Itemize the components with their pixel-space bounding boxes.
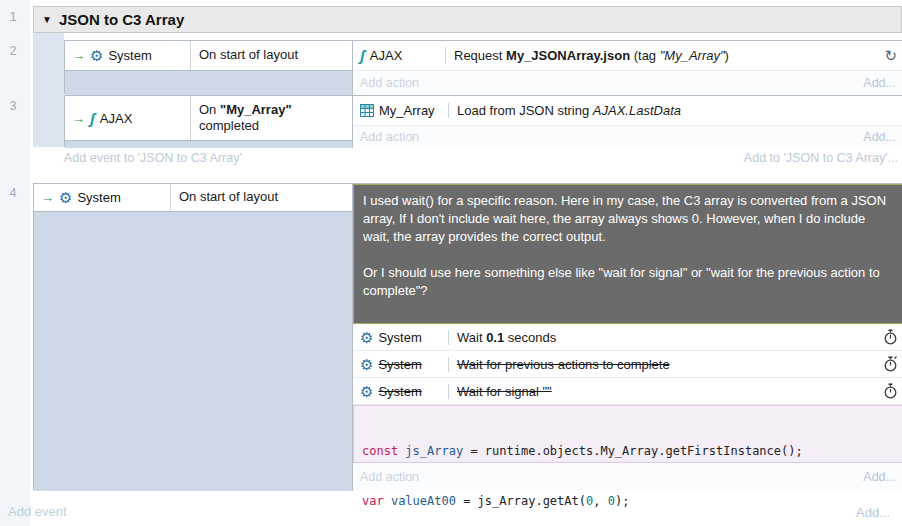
system-gear-icon: ⚙ <box>360 357 373 372</box>
action-object-name: System <box>378 384 421 399</box>
async-action-icon: ↻ <box>884 47 902 65</box>
ajax-icon: ʃ <box>360 47 365 64</box>
action-text-pre: Request <box>454 48 506 63</box>
wait-value: 0.1 <box>486 330 504 345</box>
system-gear-icon: ⚙ <box>360 384 373 399</box>
action-row-ajax-request[interactable]: ʃ AJAX Request My_JSONArray.json (tag "M… <box>353 41 902 71</box>
wait-previous-icon <box>884 356 897 372</box>
add-more-link[interactable]: Add... <box>863 130 896 144</box>
group-indent-strip <box>33 33 64 147</box>
condition-row[interactable]: → ʃ AJAX On "My_Array" completed <box>65 96 353 141</box>
action-text-post: ) <box>725 48 729 63</box>
action-expression: AJAX.LastData <box>593 103 681 118</box>
comment-paragraph-2: Or I should use here something else like… <box>363 264 893 300</box>
row-number-4: 4 <box>2 186 24 200</box>
system-gear-icon: ⚙ <box>59 190 72 205</box>
code-expression: = js_Array.getAt( <box>463 494 586 508</box>
action-text: Wait for signal "" <box>457 384 552 399</box>
code-end: ); <box>615 494 629 508</box>
add-action-link[interactable]: Add action <box>360 76 419 90</box>
add-more-footer-link[interactable]: Add... <box>856 505 890 520</box>
action-row-wait-signal-disabled[interactable]: ⚙ System Wait for signal "" <box>353 378 902 405</box>
row-number-2: 2 <box>2 44 24 58</box>
event-arrow-icon: → <box>72 111 85 126</box>
code-identifier: valueAt00 <box>384 494 463 508</box>
add-more-link[interactable]: Add... <box>863 76 896 90</box>
group-footer-row: Add event to 'JSON to C3 Array' Add to '… <box>33 149 902 167</box>
collapse-arrow-icon[interactable]: ▼ <box>42 14 52 25</box>
add-action-link[interactable]: Add action <box>360 470 419 484</box>
code-line-2: var valueAt00 = js_Array.getAt(0, 0); <box>362 493 894 510</box>
wait-signal-icon <box>884 383 897 399</box>
system-gear-icon: ⚙ <box>90 48 103 63</box>
event-block-3[interactable]: → ʃ AJAX On "My_Array" completed My_Arra… <box>64 95 902 147</box>
condition-row[interactable]: → ⚙ System On start of layout <box>34 184 353 212</box>
code-expression: runtime.objects.My_Array.getFirstInstanc… <box>485 444 803 458</box>
code-identifier: js_Array <box>398 444 470 458</box>
row-number-1: 1 <box>2 10 24 24</box>
event-margin <box>65 71 353 95</box>
row-number-3: 3 <box>2 99 24 113</box>
action-text: Load from JSON string AJAX.LastData <box>449 103 902 118</box>
add-action-row: Add action Add... <box>353 126 902 148</box>
action-row-wait[interactable]: ⚙ System Wait 0.1 seconds <box>353 324 902 351</box>
code-operator: = <box>470 444 484 458</box>
event-arrow-icon: → <box>72 48 85 63</box>
add-action-link[interactable]: Add action <box>360 130 419 144</box>
action-object-name: My_Array <box>379 103 435 118</box>
condition-text: On start of layout <box>179 189 278 205</box>
code-keyword: const <box>362 444 398 458</box>
event-margin <box>65 141 353 148</box>
array-grid-icon <box>360 104 374 117</box>
action-text: Wait for previous actions to complete <box>457 357 670 372</box>
wait-text-post: seconds <box>504 330 556 345</box>
add-to-group-link[interactable]: Add to 'JSON to C3 Array'... <box>744 151 898 165</box>
row-number-gutter <box>0 0 30 526</box>
action-text: Request My_JSONArray.json (tag "My_Array… <box>446 48 884 63</box>
wait-text-pre: Wait <box>457 330 486 345</box>
add-event-link[interactable]: Add event <box>8 504 67 519</box>
code-separator: , <box>593 494 607 508</box>
condition-text-line2: completed <box>199 118 292 134</box>
comment-block[interactable]: I used wait() for a specific reason. Her… <box>353 184 902 324</box>
action-text-pre: Load from JSON string <box>457 103 593 118</box>
action-object-name: System <box>378 330 421 345</box>
condition-object-name: System <box>77 190 120 205</box>
ajax-icon: ʃ <box>90 110 95 127</box>
action-row-array-load[interactable]: My_Array Load from JSON string AJAX.Last… <box>353 96 902 126</box>
add-more-link[interactable]: Add... <box>863 470 896 484</box>
add-event-to-group-link[interactable]: Add event to 'JSON to C3 Array' <box>33 151 242 165</box>
condition-row[interactable]: → ⚙ System On start of layout <box>65 41 353 71</box>
stopwatch-icon <box>884 329 897 345</box>
event-arrow-icon: → <box>41 190 54 205</box>
action-tag-name: "My_Array" <box>660 48 725 63</box>
add-action-row: Add action Add... <box>353 463 902 491</box>
condition-pre: On <box>199 102 220 117</box>
code-line-1: const js_Array = runtime.objects.My_Arra… <box>362 443 894 460</box>
script-action-block[interactable]: const js_Array = runtime.objects.My_Arra… <box>353 405 902 463</box>
condition-object-name: System <box>108 48 151 63</box>
code-keyword: var <box>362 494 384 508</box>
group-header[interactable]: ▼ JSON to C3 Array <box>33 6 902 33</box>
code-number: 0 <box>608 494 615 508</box>
action-object-name: System <box>378 357 421 372</box>
action-text: Wait 0.1 seconds <box>449 330 884 345</box>
add-action-row: Add action Add... <box>353 71 902 95</box>
event-block-2[interactable]: → ⚙ System On start of layout ʃ AJAX Req… <box>64 40 902 94</box>
action-row-wait-previous-disabled[interactable]: ⚙ System Wait for previous actions to co… <box>353 351 902 378</box>
condition-object-name: AJAX <box>100 111 133 126</box>
event-block-4[interactable]: → ⚙ System On start of layout I used wai… <box>33 183 902 490</box>
condition-tag: "My_Array" <box>220 102 292 117</box>
comment-paragraph-1: I used wait() for a specific reason. Her… <box>363 192 893 246</box>
condition-text: On start of layout <box>199 47 298 63</box>
event-margin <box>34 212 353 491</box>
action-file-name: My_JSONArray.json <box>506 48 630 63</box>
condition-text-line1: On "My_Array" <box>199 102 292 118</box>
system-gear-icon: ⚙ <box>360 330 373 345</box>
action-object-name: AJAX <box>370 48 403 63</box>
group-title: JSON to C3 Array <box>59 11 184 28</box>
action-text-mid: (tag <box>630 48 660 63</box>
